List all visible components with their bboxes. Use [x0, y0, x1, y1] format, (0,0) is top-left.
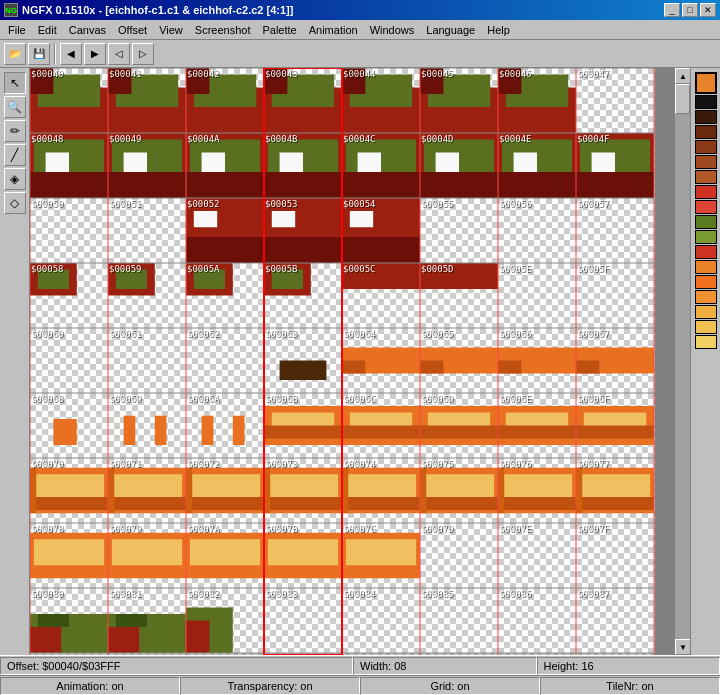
prev-button[interactable]: ◀	[60, 43, 82, 65]
toolbar-separator	[54, 44, 56, 64]
palette-swatch-10[interactable]	[695, 230, 717, 244]
tile-canvas[interactable]	[30, 68, 655, 655]
window-title: NGFX 0.1510x - [eichhof-c1.c1 & eichhof-…	[22, 4, 293, 16]
next-button[interactable]: ▶	[84, 43, 106, 65]
app-icon: NG	[4, 3, 18, 17]
open-button[interactable]: 📂	[4, 43, 26, 65]
pencil-tool[interactable]: ✏	[4, 120, 26, 142]
width-display: Width: 08	[353, 657, 537, 675]
palette-swatch-9[interactable]	[695, 215, 717, 229]
nav-right[interactable]: ▷	[132, 43, 154, 65]
menu-file[interactable]: File	[2, 22, 32, 38]
animation-status[interactable]: Animation: on	[0, 677, 180, 695]
minimize-button[interactable]: _	[664, 3, 680, 17]
palette-swatch-14[interactable]	[695, 290, 717, 304]
scroll-down-button[interactable]: ▼	[675, 639, 690, 655]
palette-swatch-12[interactable]	[695, 260, 717, 274]
vertical-scrollbar[interactable]: ▲ ▼	[674, 68, 690, 655]
zoom-tool[interactable]: 🔍	[4, 96, 26, 118]
line-tool[interactable]: ╱	[4, 144, 26, 166]
palette-swatch-7[interactable]	[695, 185, 717, 199]
palette-swatch-4[interactable]	[695, 140, 717, 154]
menu-screenshot[interactable]: Screenshot	[189, 22, 257, 38]
menu-view[interactable]: View	[153, 22, 189, 38]
nav-left[interactable]: ◁	[108, 43, 130, 65]
maximize-button[interactable]: □	[682, 3, 698, 17]
offset-display: Offset: $00040/$03FFF	[0, 657, 353, 675]
canvas-area[interactable]: ▲ ▼	[30, 68, 690, 655]
scroll-track[interactable]	[675, 84, 690, 639]
palette-swatch-2[interactable]	[695, 110, 717, 124]
select-tool[interactable]: ↖	[4, 72, 26, 94]
menu-edit[interactable]: Edit	[32, 22, 63, 38]
menu-help[interactable]: Help	[481, 22, 516, 38]
menu-palette[interactable]: Palette	[256, 22, 302, 38]
scroll-thumb[interactable]	[675, 84, 690, 114]
menu-bar: File Edit Canvas Offset View Screenshot …	[0, 20, 720, 40]
menu-offset[interactable]: Offset	[112, 22, 153, 38]
palette-swatch-15[interactable]	[695, 305, 717, 319]
scroll-up-button[interactable]: ▲	[675, 68, 690, 84]
title-bar: NG NGFX 0.1510x - [eichhof-c1.c1 & eichh…	[0, 0, 720, 20]
save-button[interactable]: 💾	[28, 43, 50, 65]
palette-panel	[690, 68, 720, 655]
close-button[interactable]: ✕	[700, 3, 716, 17]
palette-swatch-17[interactable]	[695, 335, 717, 349]
main-area: ↖ 🔍 ✏ ╱ ◈ ◇ ▲ ▼	[0, 68, 720, 655]
palette-swatch-6[interactable]	[695, 170, 717, 184]
fill-tool[interactable]: ◈	[4, 168, 26, 190]
palette-swatch-5[interactable]	[695, 155, 717, 169]
palette-swatch-0[interactable]	[695, 72, 717, 94]
menu-windows[interactable]: Windows	[364, 22, 421, 38]
height-display: Height: 16	[537, 657, 721, 675]
palette-swatch-13[interactable]	[695, 275, 717, 289]
tilnr-status[interactable]: TileNr: on	[540, 677, 720, 695]
menu-canvas[interactable]: Canvas	[63, 22, 112, 38]
tile-grid[interactable]	[30, 68, 655, 655]
palette-swatch-3[interactable]	[695, 125, 717, 139]
tool-panel: ↖ 🔍 ✏ ╱ ◈ ◇	[0, 68, 30, 655]
status-bar: Offset: $00040/$03FFF Width: 08 Height: …	[0, 655, 720, 675]
menu-animation[interactable]: Animation	[303, 22, 364, 38]
palette-swatch-16[interactable]	[695, 320, 717, 334]
palette-swatch-1[interactable]	[695, 95, 717, 109]
menu-language[interactable]: Language	[420, 22, 481, 38]
bottom-bar: Animation: on Transparency: on Grid: on …	[0, 675, 720, 695]
transparency-status[interactable]: Transparency: on	[180, 677, 360, 695]
grid-status[interactable]: Grid: on	[360, 677, 540, 695]
toolbar: 📂 💾 ◀ ▶ ◁ ▷	[0, 40, 720, 68]
palette-swatch-8[interactable]	[695, 200, 717, 214]
palette-swatch-11[interactable]	[695, 245, 717, 259]
shape-tool[interactable]: ◇	[4, 192, 26, 214]
